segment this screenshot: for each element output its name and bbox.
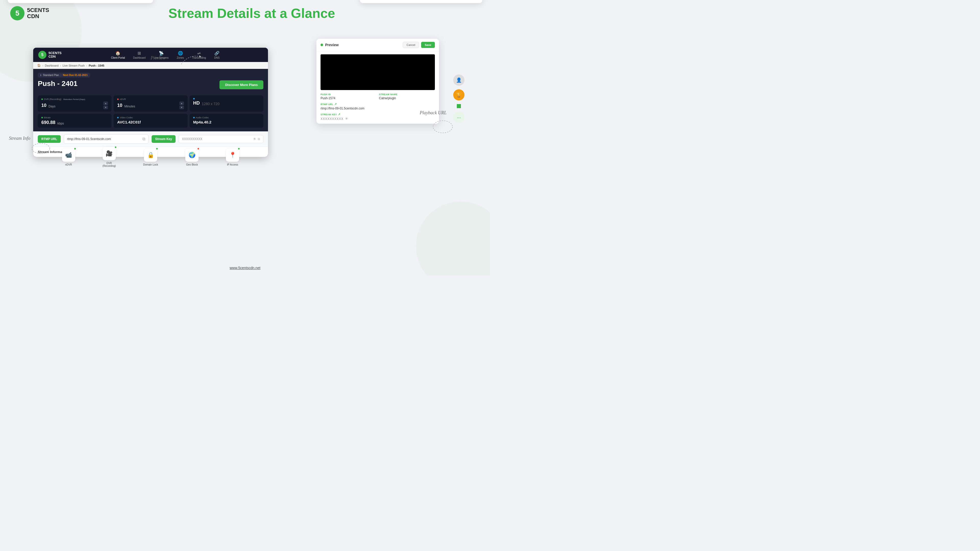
dvr-decrement[interactable]: ▼ (103, 106, 108, 109)
bitrate-value: 690.88 kbps (41, 120, 108, 125)
preview-cancel-button[interactable]: Cancel (403, 42, 419, 48)
ndvr-decrement[interactable]: ▼ (180, 106, 184, 109)
feature-domain-lock[interactable]: 🔒 Domain Lock (143, 148, 158, 166)
plan-due: Next Due 01-02-2021 (63, 74, 88, 76)
preview-video-player (321, 54, 435, 90)
stat-hd-label (193, 98, 260, 100)
stat-dvr-label: DVR (Recording) Retention Period (Days) (41, 98, 108, 100)
ndvr-value-row: 10 Minutes ▲ ▼ (117, 102, 184, 109)
ip-access-label: IP Access (227, 163, 239, 166)
nav-client-portal-label: Client Portal (111, 56, 125, 59)
footer-url[interactable]: www.5centscdn.net (230, 266, 261, 270)
info-icon: ℹ (40, 74, 41, 76)
feature-geo-block[interactable]: 🌍 Geo Block (185, 148, 199, 166)
nav-zones[interactable]: 🌐 Zones (173, 49, 188, 61)
breadcrumb-sep2: › (60, 64, 61, 67)
feature-ndvr[interactable]: 📹 nDVR (62, 148, 75, 166)
dns-icon: 🔗 (215, 51, 220, 56)
rtmp-url-input[interactable]: rtmp://fms-09-01.5centscdn.com ⧉ (64, 135, 148, 144)
sidebar-menu-dots[interactable]: ··· (453, 112, 465, 123)
stat-hd: HD 1280 x 720 (189, 95, 263, 112)
dash-logo: 5 5CENTSCDN (38, 51, 62, 59)
eye-slash-icon[interactable]: 👁 (253, 137, 256, 141)
rtmp-url-field-value: rtmp://fms-09-01.5centscdn.com (321, 106, 435, 110)
stream-key-field: STREAM KEY ↗ XXXXXXXXXX 👁 (321, 113, 435, 121)
discover-plans-button[interactable]: Discover More Plans (220, 80, 263, 89)
dvr-icon-wrap: 🎥 (103, 147, 116, 160)
nav-dns[interactable]: 🔗 DNS (210, 49, 224, 61)
feature-dvr-recording[interactable]: 🎥 DVR(Recording) (103, 147, 116, 167)
dvr-status-dot (115, 146, 117, 148)
home-icon: 🏠 (115, 51, 121, 56)
feature-ip-access[interactable]: 📍 IP Access (226, 148, 239, 166)
stream-key-copy-icon[interactable]: ⧉ (258, 137, 260, 141)
stream-name-value: Catrw/plugin (379, 97, 435, 100)
dash-logo-text: 5CENTSCDN (48, 51, 62, 59)
sidebar-green-dot (457, 104, 461, 108)
ndvr-stepper[interactable]: ▲ ▼ (180, 102, 184, 109)
geo-block-label: Geo Block (186, 163, 198, 166)
vcodec-dot (117, 117, 119, 118)
domain-lock-status-dot (156, 148, 158, 150)
dvr-stepper[interactable]: ▲ ▼ (103, 102, 108, 109)
logo: 5 5CENTS CDN (10, 6, 49, 21)
breadcrumb: 🏠 › Dashboard › Live Stream Push › Push … (33, 62, 268, 69)
annotation-preview: Preview (151, 56, 165, 61)
stream-key-badge: Stream Key (151, 135, 176, 143)
acodec-value: Mp4a.40.2 (193, 120, 260, 124)
stream-name-field: STREAM NAME Catrw/plugin (379, 93, 435, 100)
stream-key-icons: 👁 ⧉ (253, 137, 260, 141)
breadcrumb-sep1: › (42, 64, 43, 67)
ip-access-icon: 📍 (229, 152, 236, 159)
stream-key-value: XXXXXXXXXX (182, 137, 202, 141)
rtmp-copy-icon[interactable]: ⧉ (142, 137, 145, 141)
stats-grid: DVR (Recording) Retention Period (Days) … (33, 95, 268, 131)
stat-ndvr-label: nDVR (117, 98, 184, 100)
stream-name-label: STREAM NAME (379, 93, 435, 96)
preview-save-button[interactable]: Save (421, 42, 435, 48)
stream-key-input[interactable]: XXXXXXXXXX 👁 ⧉ (179, 135, 263, 143)
nav-transcoding[interactable]: ⇌ Transcoding (188, 49, 210, 61)
dvr-increment[interactable]: ▲ (103, 102, 108, 105)
dvr-value: 10 Days (41, 103, 56, 108)
dvr-dot (41, 98, 43, 100)
stat-dvr-recording: DVR (Recording) Retention Period (Days) … (38, 95, 111, 112)
dashboard-icon: ⊞ (138, 51, 141, 56)
preview-title: Preview (325, 43, 339, 47)
rtmp-url-field: RTMP URL ↗ rtmp://fms-09-01.5centscdn.co… (321, 103, 435, 110)
preview-eye-icon[interactable]: 👁 (345, 117, 348, 121)
ndvr-dot (117, 98, 119, 100)
hd-dot (193, 98, 195, 100)
nav-dashboard[interactable]: ⊞ Dashboard (129, 49, 150, 61)
logo-line1: 5CENTS (27, 7, 49, 13)
breadcrumb-dashboard[interactable]: Dashboard (45, 64, 59, 67)
stat-ndvr: nDVR 10 Minutes ▲ ▼ (114, 95, 187, 112)
geo-block-status-dot (197, 148, 200, 150)
push-id-value: Push-1574 (321, 97, 376, 100)
stat-audio-codec: Audio Codec Mp4a.40.2 (189, 114, 263, 128)
preview-fields: PUSH ID Push-1574 STREAM NAME Catrw/plug… (317, 90, 439, 124)
nav-client-portal[interactable]: 🏠 Client Portal (107, 49, 129, 61)
right-sidebar: 👤 🏆 ··· (453, 75, 465, 123)
page-title: Stream Details at a Glance (59, 6, 444, 21)
stat-video-codec: Video Codec AVC1.42C01f (114, 114, 187, 128)
dashboard-card: 5 5CENTSCDN 🏠 Client Portal ⊞ Dashboard … (33, 48, 268, 157)
logo-circle: 5 (10, 6, 24, 21)
plan-badge: ℹ Standard Plan : Next Due 01-02-2021 (38, 73, 90, 78)
breadcrumb-push[interactable]: Live Stream Push (62, 64, 85, 67)
stat-bitrate-label: Bitrate (41, 116, 108, 119)
avatar-user1: 👤 (453, 75, 465, 86)
breadcrumb-home-icon[interactable]: 🏠 (37, 64, 41, 67)
ip-access-icon-wrap: 📍 (226, 148, 239, 162)
plan-name: Standard Plan (43, 74, 59, 76)
stream-key-field-label: STREAM KEY ↗ (321, 113, 435, 116)
page-header: 5 5CENTS CDN Stream Details at a Glance (0, 0, 490, 24)
domain-lock-icon-wrap: 🔒 (144, 148, 157, 162)
ndvr-increment[interactable]: ▲ (180, 102, 184, 105)
stream-key-masked-value: XXXXXXXXXX (321, 117, 344, 121)
hd-value: HD 1280 x 720 (193, 100, 260, 106)
logo-text: 5CENTS CDN (27, 7, 49, 19)
stream-key-link-icon: ↗ (338, 113, 340, 116)
push-title: Push - 2401 (38, 79, 78, 88)
nav-dashboard-label: Dashboard (133, 56, 145, 59)
